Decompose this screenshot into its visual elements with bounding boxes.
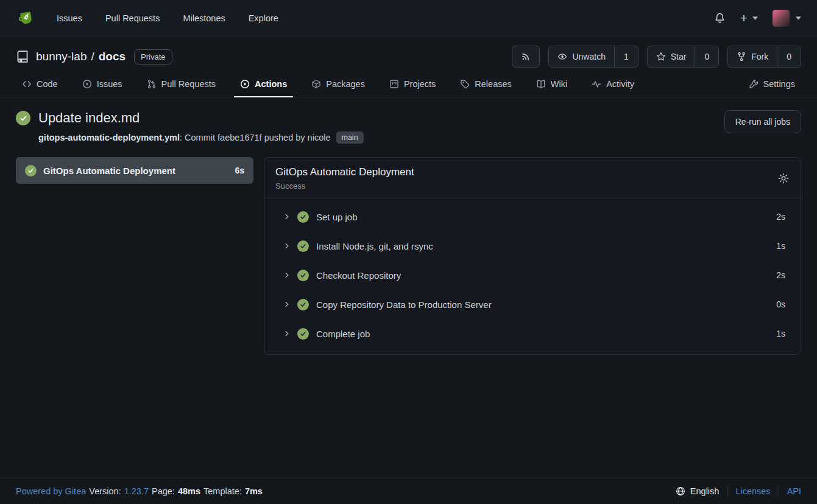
step-success-check-icon	[297, 328, 309, 340]
licenses-link[interactable]: Licenses	[735, 486, 770, 496]
step-duration: 2s	[776, 270, 785, 280]
run-success-check-icon	[16, 111, 30, 125]
tab-code[interactable]: Code	[16, 71, 64, 97]
actions-run-view: Update index.md gitops-automatic-deploym…	[0, 97, 817, 478]
repo-name-link[interactable]: docs	[99, 50, 126, 63]
avatar	[773, 10, 790, 27]
tabs-spacer	[653, 71, 743, 97]
nav-explore[interactable]: Explore	[237, 13, 290, 23]
tab-issues[interactable]: Issues	[76, 71, 129, 97]
tab-settings[interactable]: Settings	[743, 71, 801, 97]
version-link[interactable]: 1.23.7	[124, 486, 149, 496]
footer-right: English Licenses API	[676, 486, 801, 497]
repo-owner-link[interactable]: bunny-lab	[36, 50, 87, 63]
watch-button-group: Unwatch 1	[548, 46, 638, 68]
tab-actions[interactable]: Actions	[234, 71, 293, 97]
fork-button[interactable]: Fork	[728, 46, 777, 67]
eye-icon	[557, 52, 567, 61]
run-header: Update index.md gitops-automatic-deploym…	[16, 110, 801, 144]
tab-actions-label: Actions	[255, 79, 287, 89]
project-board-icon	[389, 79, 399, 89]
run-content: GitOps Automatic Deployment 6s GitOps Au…	[16, 157, 801, 355]
create-new-button[interactable]: +	[740, 12, 758, 24]
step-list: Set up job 2s Install Node.js, git, and …	[264, 198, 801, 354]
chevron-down-icon	[752, 16, 758, 20]
chevron-right-icon[interactable]	[283, 329, 291, 338]
language-selector[interactable]: English	[676, 486, 720, 496]
job-detail-panel: GitOps Automatic Deployment Success	[264, 157, 801, 355]
globe-icon	[676, 486, 685, 496]
repo-header: bunny-lab / docs Private	[0, 37, 817, 97]
nav-pull-requests[interactable]: Pull Requests	[94, 13, 171, 23]
repo-action-buttons: Unwatch 1 Star 0	[512, 46, 801, 68]
topnav-right: +	[714, 10, 801, 27]
powered-by-gitea-link[interactable]: Powered by Gitea	[16, 486, 86, 496]
commit-text: : Commit faebe1671f pushed by nicole	[180, 133, 330, 142]
job-list-item[interactable]: GitOps Automatic Deployment 6s	[16, 157, 253, 184]
workflow-file-link[interactable]: gitops-automatic-deployment.yml	[38, 133, 180, 142]
run-subtitle: gitops-automatic-deployment.yml : Commit…	[38, 131, 364, 144]
chevron-right-icon[interactable]	[283, 212, 291, 221]
tab-settings-label: Settings	[763, 79, 795, 89]
version-label: Version:	[89, 486, 121, 496]
star-icon	[656, 52, 666, 61]
chevron-right-icon[interactable]	[283, 271, 291, 279]
step-name: Copy Repository Data to Production Serve…	[316, 299, 770, 310]
tab-code-label: Code	[37, 79, 58, 89]
nav-milestones[interactable]: Milestones	[171, 13, 236, 23]
tab-pull-requests[interactable]: Pull Requests	[141, 71, 222, 97]
tab-releases[interactable]: Releases	[454, 71, 517, 97]
tag-icon	[460, 79, 470, 89]
step-row[interactable]: Copy Repository Data to Production Serve…	[264, 290, 801, 319]
star-label: Star	[671, 52, 687, 61]
chevron-right-icon[interactable]	[283, 242, 291, 250]
tab-issues-label: Issues	[97, 79, 122, 89]
tab-activity[interactable]: Activity	[585, 71, 640, 97]
step-row[interactable]: Set up job 2s	[264, 202, 801, 231]
job-status-text: Success	[275, 181, 777, 191]
step-row[interactable]: Checkout Repository 2s	[264, 261, 801, 290]
play-circle-icon	[240, 79, 250, 89]
job-detail-title: GitOps Automatic Deployment	[275, 166, 777, 178]
footer-divider	[727, 486, 727, 497]
watch-count[interactable]: 1	[614, 46, 638, 67]
gitea-logo-icon[interactable]	[16, 8, 37, 29]
step-duration: 1s	[776, 241, 785, 251]
chevron-down-icon	[796, 16, 801, 20]
template-time: 7ms	[245, 486, 263, 496]
star-count[interactable]: 0	[695, 46, 718, 67]
star-button[interactable]: Star	[648, 46, 695, 67]
branch-badge[interactable]: main	[336, 131, 364, 144]
tab-activity-label: Activity	[606, 79, 634, 89]
chevron-right-icon[interactable]	[283, 300, 291, 309]
fork-count[interactable]: 0	[777, 46, 801, 67]
unwatch-button[interactable]: Unwatch	[549, 46, 614, 67]
step-row[interactable]: Install Node.js, git, and rsync 1s	[264, 231, 801, 261]
job-success-check-icon	[25, 165, 37, 177]
rss-button[interactable]	[512, 46, 539, 67]
tab-packages[interactable]: Packages	[305, 71, 371, 97]
rerun-all-jobs-button[interactable]: Re-run all jobs	[724, 110, 801, 133]
job-duration: 6s	[235, 166, 244, 175]
rss-icon	[521, 52, 531, 61]
tab-wiki[interactable]: Wiki	[530, 71, 573, 97]
tab-projects-label: Projects	[404, 79, 436, 89]
fork-icon	[737, 52, 746, 61]
nav-issues[interactable]: Issues	[45, 13, 94, 23]
step-success-check-icon	[297, 240, 309, 252]
notifications-bell-icon[interactable]	[714, 12, 726, 24]
tab-pull-requests-label: Pull Requests	[161, 79, 216, 89]
tab-projects[interactable]: Projects	[383, 71, 442, 97]
gear-icon[interactable]	[777, 172, 790, 184]
plus-icon: +	[740, 12, 748, 24]
api-link[interactable]: API	[787, 486, 801, 496]
footer: Powered by Gitea Version: 1.23.7 Page: 4…	[0, 478, 817, 504]
user-menu[interactable]	[773, 10, 801, 27]
step-duration: 1s	[776, 329, 785, 338]
step-row[interactable]: Complete job 1s	[264, 319, 801, 348]
git-pull-request-icon	[147, 79, 157, 89]
step-name: Complete job	[316, 329, 770, 339]
step-success-check-icon	[297, 211, 309, 223]
job-name: GitOps Automatic Deployment	[43, 166, 228, 176]
fork-label: Fork	[751, 52, 768, 61]
